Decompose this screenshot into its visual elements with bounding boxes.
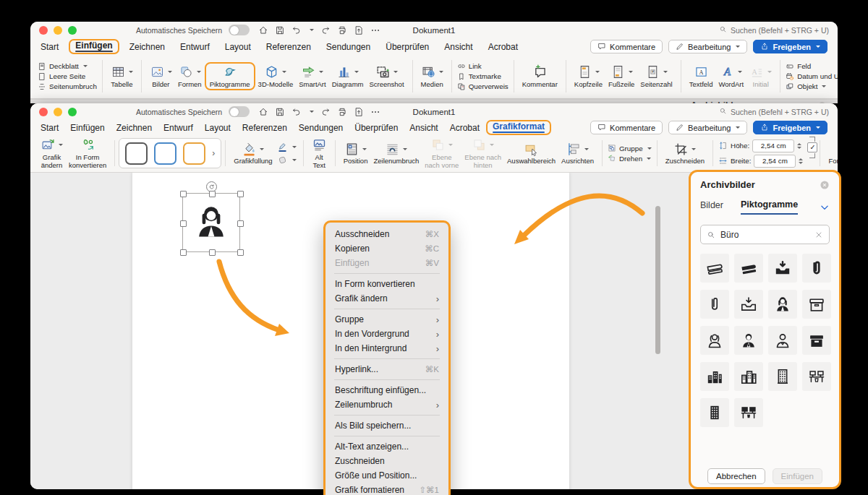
- editing-mode-button[interactable]: Bearbeitung: [668, 40, 747, 53]
- search-field[interactable]: Suchen (Befehl + STRG + U): [719, 25, 829, 35]
- ribbon-button-ebene-nach-vorne[interactable]: Ebenenach vorne: [422, 137, 461, 170]
- tab-einfügen[interactable]: Einfügen: [70, 123, 104, 133]
- resize-handle[interactable]: [209, 191, 216, 197]
- style-swatch[interactable]: [125, 142, 148, 165]
- ribbon-button-link[interactable]: Link: [457, 62, 509, 71]
- ribbon-button-screenshot[interactable]: Screenshot: [366, 64, 407, 90]
- office-tower-outline-icon[interactable]: [768, 362, 797, 391]
- archive-box-filled-icon[interactable]: [802, 326, 831, 355]
- ribbon-button-zuschneiden[interactable]: Zuschneiden: [663, 140, 707, 166]
- ribbon-button-alt-text[interactable]: AltText: [309, 137, 330, 170]
- ribbon-button-medien[interactable]: Medien: [418, 64, 446, 90]
- breitevalue-input[interactable]: 2,54 cm: [754, 155, 796, 168]
- ribbon-button-textfeld[interactable]: ATextfeld: [686, 64, 716, 90]
- export-icon[interactable]: [354, 107, 364, 117]
- menu-item-kopieren[interactable]: Kopieren⌘C: [326, 241, 448, 256]
- autosave-toggle[interactable]: [229, 106, 250, 117]
- selected-image-frame[interactable]: [182, 193, 240, 252]
- style-swatch[interactable]: [183, 142, 205, 165]
- office-desks-outline-icon[interactable]: [802, 362, 831, 391]
- ribbon-button-drehen[interactable]: Drehen: [608, 154, 652, 163]
- ribbon-button-shape-effect[interactable]: [277, 155, 297, 165]
- search-field[interactable]: Suchen (Befehl + STRG + U): [719, 107, 829, 116]
- lock-aspect-checkbox[interactable]: ✓: [807, 142, 817, 152]
- ribbon-button-formatbereich[interactable]: Formatbereich: [825, 140, 838, 166]
- tab-zeichnen[interactable]: Zeichnen: [116, 123, 152, 133]
- ribbon-button-gruppe[interactable]: Gruppe: [608, 144, 652, 152]
- tab-überprüfen[interactable]: Überprüfen: [354, 123, 398, 133]
- ribbon-button-leere-seite[interactable]: Leere Seite: [38, 72, 97, 81]
- undo-icon[interactable]: [292, 25, 302, 35]
- stepper[interactable]: [799, 158, 803, 164]
- ribbon-button-formen[interactable]: Formen: [175, 64, 205, 90]
- redo-icon[interactable]: [320, 107, 331, 117]
- more-icon[interactable]: [370, 107, 380, 117]
- cancel-button[interactable]: Abbrechen: [707, 468, 765, 484]
- menu-item-grafik-ändern[interactable]: Grafik ändern›: [326, 291, 448, 306]
- businessman-filled-icon[interactable]: [734, 326, 763, 355]
- tab-ansicht[interactable]: Ansicht: [444, 42, 472, 52]
- resize-handle[interactable]: [180, 220, 187, 227]
- menu-item-zeilenumbruch[interactable]: Zeilenumbruch›: [326, 397, 448, 412]
- style-gallery[interactable]: ›: [119, 138, 221, 168]
- share-button[interactable]: Freigeben: [753, 40, 827, 53]
- pictogram-search-input[interactable]: Büro: [700, 225, 830, 244]
- share-button[interactable]: Freigeben: [753, 121, 827, 134]
- tab-zeichnen[interactable]: Zeichnen: [129, 42, 165, 52]
- höhevalue-input[interactable]: 2,54 cm: [752, 139, 794, 152]
- clear-search-icon[interactable]: [814, 231, 823, 239]
- minimize-window-button[interactable]: [54, 108, 62, 116]
- resize-handle[interactable]: [180, 249, 187, 256]
- tab-acrobat[interactable]: Acrobat: [450, 123, 480, 133]
- ribbon-button-initial[interactable]: AInitial: [746, 64, 775, 90]
- close-window-button[interactable]: [39, 26, 48, 35]
- ribbon-button-zeilenumbruch[interactable]: Zeilenumbruch: [370, 140, 422, 166]
- export-icon[interactable]: [354, 25, 364, 35]
- home-icon[interactable]: [258, 107, 268, 117]
- tab-start[interactable]: Start: [41, 42, 59, 52]
- comments-button[interactable]: Kommentare: [590, 121, 663, 134]
- ribbon-button-wordart[interactable]: AWordArt: [715, 64, 746, 90]
- zoom-window-button[interactable]: [68, 108, 77, 116]
- tab-einfügen[interactable]: Einfügen: [69, 39, 119, 55]
- save-icon[interactable]: [275, 25, 285, 35]
- editing-mode-button[interactable]: Bearbeitung: [668, 121, 747, 134]
- close-panel-button[interactable]: [820, 180, 830, 190]
- ribbon-button-tabelle[interactable]: Tabelle: [108, 64, 136, 90]
- businesswoman-filled-icon[interactable]: [768, 290, 797, 319]
- ribbon-button-in-form-konvertieren[interactable]: In Formkonvertieren: [66, 137, 109, 170]
- more-icon[interactable]: [370, 25, 380, 35]
- panel-tab-piktogramme[interactable]: Piktogramme: [741, 199, 798, 215]
- ribbon-button-grafik-ändern[interactable]: Grafikändern: [38, 137, 66, 170]
- resize-handle[interactable]: [237, 220, 244, 227]
- menu-item-grafik-formatieren[interactable]: Grafik formatieren⇧⌘1: [326, 483, 448, 495]
- autosave-toggle[interactable]: [229, 25, 250, 35]
- menu-item-hyperlink[interactable]: Hyperlink...⌘K: [326, 362, 448, 376]
- print-icon[interactable]: [337, 25, 347, 35]
- menu-item-einfügen[interactable]: Einfügen⌘V: [326, 256, 448, 270]
- menu-item-in-den-vordergrund[interactable]: In den Vordergrund›: [326, 327, 448, 341]
- stapler-filled-icon[interactable]: [734, 254, 763, 283]
- style-swatch[interactable]: [154, 142, 176, 165]
- menu-item-ausschneiden[interactable]: Ausschneiden⌘X: [326, 227, 448, 241]
- businesswoman-outline-icon[interactable]: [700, 326, 729, 355]
- ribbon-button-seitenzahl[interactable]: #Seitenzahl: [637, 64, 675, 90]
- tab-überprüfen[interactable]: Überprüfen: [386, 42, 429, 52]
- tab-layout[interactable]: Layout: [225, 42, 251, 52]
- ribbon-button-bilder[interactable]: Bilder: [147, 64, 175, 90]
- menu-item-größe-und-position[interactable]: Größe und Position...: [326, 468, 448, 483]
- ribbon-button-auswahlbereich[interactable]: Auswahlbereich: [504, 140, 558, 166]
- chevron-down-icon[interactable]: [820, 202, 830, 212]
- ribbon-button-grafikfüllung[interactable]: Grafikfüllung: [231, 140, 275, 166]
- menu-item-in-form-konvertieren[interactable]: In Form konvertieren: [326, 277, 448, 291]
- tab-ansicht[interactable]: Ansicht: [409, 123, 438, 133]
- menu-item-beschriftung-einfügen[interactable]: Beschriftung einfügen...: [326, 383, 448, 397]
- ribbon-button-fußzeile[interactable]: Fußzeile: [605, 64, 637, 90]
- gallery-more-icon[interactable]: ›: [212, 148, 215, 158]
- ribbon-button-kommentar[interactable]: Kommentar: [519, 64, 561, 90]
- menu-item-gruppe[interactable]: Gruppe›: [326, 312, 448, 327]
- tab-grafikformat[interactable]: Grafikformat: [486, 120, 551, 136]
- office-desks-filled-icon[interactable]: [734, 398, 763, 427]
- resize-handle[interactable]: [237, 191, 244, 197]
- ribbon-button-objekt[interactable]: Objekt: [786, 82, 838, 91]
